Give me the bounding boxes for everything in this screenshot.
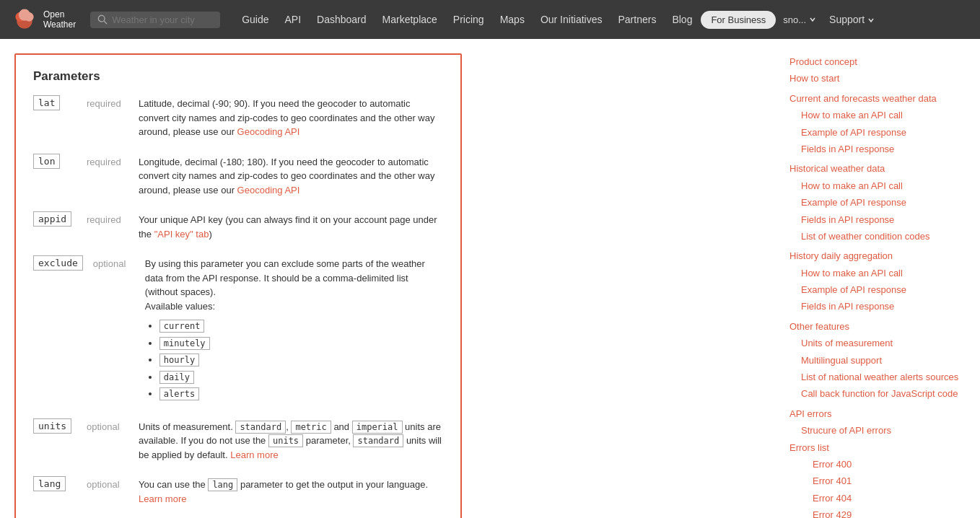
search-input[interactable] xyxy=(112,14,213,25)
param-row-lon: lon required Longitude, decimal (-180; 1… xyxy=(33,155,443,198)
param-name-lang: lang xyxy=(33,478,76,489)
param-desc-units: Units of measurement. standard, metric a… xyxy=(139,420,443,462)
openweather-logo-icon xyxy=(12,6,38,32)
sidebar-link-error-429[interactable]: Error 429 xyxy=(789,506,968,518)
param-required-lang: optional xyxy=(87,478,128,490)
parameters-box: Parameters lat required Latitude, decima… xyxy=(14,53,462,518)
svg-point-4 xyxy=(98,15,105,22)
search-bar[interactable] xyxy=(90,12,220,28)
svg-point-3 xyxy=(25,12,34,22)
nav-api[interactable]: API xyxy=(278,9,309,30)
search-icon xyxy=(97,14,108,25)
list-item: alerts xyxy=(159,387,443,401)
sidebar-link-callback[interactable]: Call back function for JavaScript code xyxy=(789,385,968,402)
geocoding-api-link-lat[interactable]: Geocoding API xyxy=(237,126,300,137)
sidebar-link-multilingual[interactable]: Multilingual support xyxy=(789,352,968,369)
svg-line-5 xyxy=(104,21,107,24)
param-required-lat: required xyxy=(87,97,128,109)
nav-marketplace[interactable]: Marketplace xyxy=(375,9,445,30)
sidebar-link-make-api-call-3[interactable]: How to make an API call xyxy=(789,265,968,281)
api-key-tab-link[interactable]: "API key" tab xyxy=(154,229,209,240)
param-required-lon: required xyxy=(87,155,128,167)
list-item: daily xyxy=(159,370,443,385)
sidebar-link-error-401[interactable]: Error 401 xyxy=(789,473,968,489)
chevron-down-icon-support xyxy=(867,17,875,24)
sidebar-section-other-features: Other features xyxy=(789,318,968,335)
param-row-lat: lat required Latitude, decimal (-90; 90)… xyxy=(33,97,443,139)
sidebar-section-history-daily: History daily aggregation xyxy=(789,247,968,264)
nav-blog[interactable]: Blog xyxy=(665,9,699,30)
param-desc-appid: Your unique API key (you can always find… xyxy=(139,213,443,241)
list-item: minutely xyxy=(159,336,443,351)
page-body: Parameters lat required Latitude, decima… xyxy=(0,39,980,518)
param-required-units: optional xyxy=(87,420,128,432)
sidebar-link-weather-condition-codes[interactable]: List of weather condition codes xyxy=(789,228,968,245)
nav-partners[interactable]: Partners xyxy=(611,9,663,30)
param-name-exclude: exclude xyxy=(33,257,83,268)
logo-text: OpenWeather xyxy=(43,9,76,30)
sidebar-link-make-api-call-2[interactable]: How to make an API call xyxy=(789,177,968,194)
lang-learn-more-link[interactable]: Learn more xyxy=(139,493,186,504)
nav-support[interactable]: Support xyxy=(823,9,880,30)
sidebar-link-example-response-2[interactable]: Example of API response xyxy=(789,194,968,211)
param-desc-lon: Longitude, decimal (-180; 180). If you n… xyxy=(139,155,443,198)
nav-guide[interactable]: Guide xyxy=(235,9,276,30)
main-nav: Guide API Dashboard Marketplace Pricing … xyxy=(235,9,968,30)
param-desc-exclude: By using this parameter you can exclude … xyxy=(145,257,443,404)
sidebar-link-fields-response-1[interactable]: Fields in API response xyxy=(789,141,968,157)
param-row-units: units optional Units of measurement. sta… xyxy=(33,420,443,462)
param-required-appid: required xyxy=(87,213,128,225)
param-name-units: units xyxy=(33,420,76,431)
sidebar-link-example-response-1[interactable]: Example of API response xyxy=(789,124,968,141)
param-name-appid: appid xyxy=(33,213,76,224)
sidebar-link-product-concept[interactable]: Product concept xyxy=(789,53,968,70)
nav-initiatives[interactable]: Our Initiatives xyxy=(533,9,610,30)
nav-dashboard[interactable]: Dashboard xyxy=(310,9,374,30)
values-list: current minutely hourly daily alerts xyxy=(159,319,443,401)
sidebar-link-units-measurement[interactable]: Units of measurement xyxy=(789,335,968,351)
param-row-lang: lang optional You can use the lang param… xyxy=(33,478,443,506)
parameters-title: Parameters xyxy=(33,69,443,84)
sidebar-link-how-to-start[interactable]: How to start xyxy=(789,70,968,87)
list-item: hourly xyxy=(159,353,443,367)
param-required-exclude: optional xyxy=(93,257,135,269)
units-learn-more-link[interactable]: Learn more xyxy=(230,449,278,460)
sidebar-link-error-400[interactable]: Error 400 xyxy=(789,456,968,473)
nav-maps[interactable]: Maps xyxy=(493,9,532,30)
nav-pricing[interactable]: Pricing xyxy=(446,9,491,30)
header: OpenWeather Guide API Dashboard Marketpl… xyxy=(0,0,980,39)
chevron-down-icon xyxy=(809,16,816,23)
param-name-lat: lat xyxy=(33,97,76,108)
sidebar-link-structure-errors[interactable]: Strucure of API errors xyxy=(789,422,968,439)
param-row-appid: appid required Your unique API key (you … xyxy=(33,213,443,241)
sidebar-link-example-response-3[interactable]: Example of API response xyxy=(789,281,968,298)
sidebar: Product concept How to start Current and… xyxy=(778,46,980,518)
for-business-button[interactable]: For Business xyxy=(701,11,776,29)
param-row-exclude: exclude optional By using this parameter… xyxy=(33,257,443,404)
sidebar-link-error-404[interactable]: Error 404 xyxy=(789,490,968,506)
main-content: Parameters lat required Latitude, decima… xyxy=(0,46,778,518)
sidebar-link-errors-list[interactable]: Errors list xyxy=(789,439,968,456)
geocoding-api-link-lon[interactable]: Geocoding API xyxy=(237,185,300,196)
sidebar-link-national-alerts[interactable]: List of national weather alerts sources xyxy=(789,369,968,385)
param-name-lon: lon xyxy=(33,155,76,167)
sidebar-section-current-forecasts: Current and forecasts weather data xyxy=(789,90,968,107)
sno-dropdown[interactable]: sno... xyxy=(777,10,822,30)
sno-label: sno... xyxy=(783,14,806,25)
param-desc-lat: Latitude, decimal (-90; 90). If you need… xyxy=(139,97,443,139)
sidebar-link-fields-response-2[interactable]: Fields in API response xyxy=(789,211,968,228)
sidebar-link-fields-response-3[interactable]: Fields in API response xyxy=(789,298,968,315)
sidebar-section-api-errors: API errors xyxy=(789,405,968,422)
sidebar-link-make-api-call-1[interactable]: How to make an API call xyxy=(789,107,968,123)
list-item: current xyxy=(159,319,443,333)
param-desc-lang: You can use the lang parameter to get th… xyxy=(139,478,443,506)
sidebar-section-historical: Historical weather data xyxy=(789,160,968,177)
logo[interactable]: OpenWeather xyxy=(12,6,76,32)
